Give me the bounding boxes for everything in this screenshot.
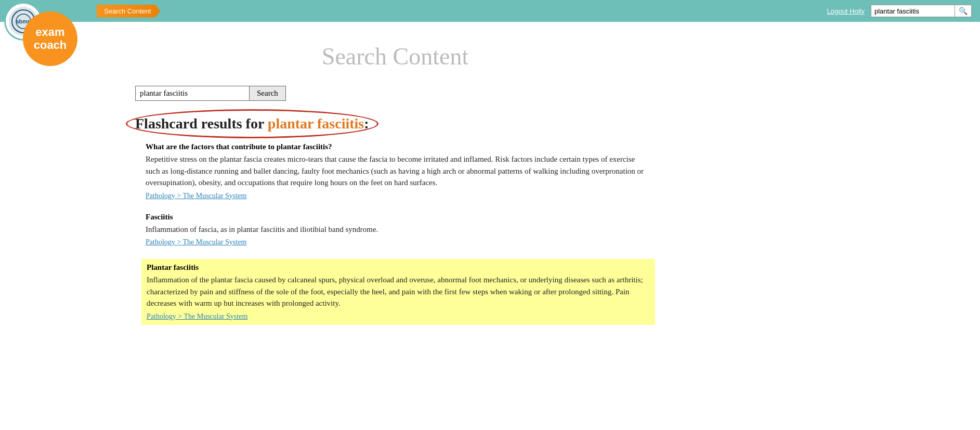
result-item-1: What are the factors that contribute to … [146, 142, 655, 200]
top-search-input[interactable] [871, 6, 955, 17]
top-search-box: 🔍 [871, 5, 972, 17]
logo-area: abmp exam coach [0, 0, 120, 68]
top-search-button[interactable]: 🔍 [955, 5, 971, 17]
result-item-2: Fasciitis Inflammation of fascia, as in … [146, 213, 655, 247]
result-definition-1: Repetitive stress on the plantar fascia … [146, 153, 645, 189]
top-navigation: Search Content Logout Holly 🔍 [0, 0, 980, 22]
result-link-1[interactable]: Pathology > The Muscular System [146, 192, 246, 200]
flashcard-results-prefix: Flashcard results for [135, 115, 268, 132]
result-term-2: Fasciitis [146, 213, 655, 221]
result-definition-3: Inflammation of the plantar fascia cause… [147, 274, 646, 309]
search-form: Search [135, 86, 655, 101]
result-definition-2: Inflammation of fascia, as in plantar fa… [146, 224, 645, 236]
result-link-3[interactable]: Pathology > The Muscular System [147, 312, 247, 320]
logout-link[interactable]: Logout Holly [827, 7, 865, 15]
search-button[interactable]: Search [250, 86, 286, 101]
search-icon: 🔍 [959, 7, 968, 15]
exam-coach-logo: exam coach [23, 11, 77, 66]
result-term-3: Plantar fasciitis [147, 263, 650, 272]
top-nav-right: Logout Holly 🔍 [827, 5, 972, 17]
result-item-3-highlighted: Plantar fasciitis Inflammation of the pl… [141, 259, 655, 325]
search-input[interactable] [135, 86, 250, 101]
coach-label: coach [34, 39, 67, 51]
flashcard-results-header: Flashcard results for plantar fasciitis: [135, 115, 369, 132]
result-term-1: What are the factors that contribute to … [146, 142, 655, 151]
main-content: Search Content Search Flashcard results … [0, 22, 676, 358]
result-link-2[interactable]: Pathology > The Muscular System [146, 238, 246, 246]
exam-label: exam [35, 26, 64, 38]
flashcard-query-text: plantar fasciitis [268, 115, 364, 132]
page-title: Search Content [135, 43, 655, 70]
flashcard-colon: : [364, 115, 369, 132]
